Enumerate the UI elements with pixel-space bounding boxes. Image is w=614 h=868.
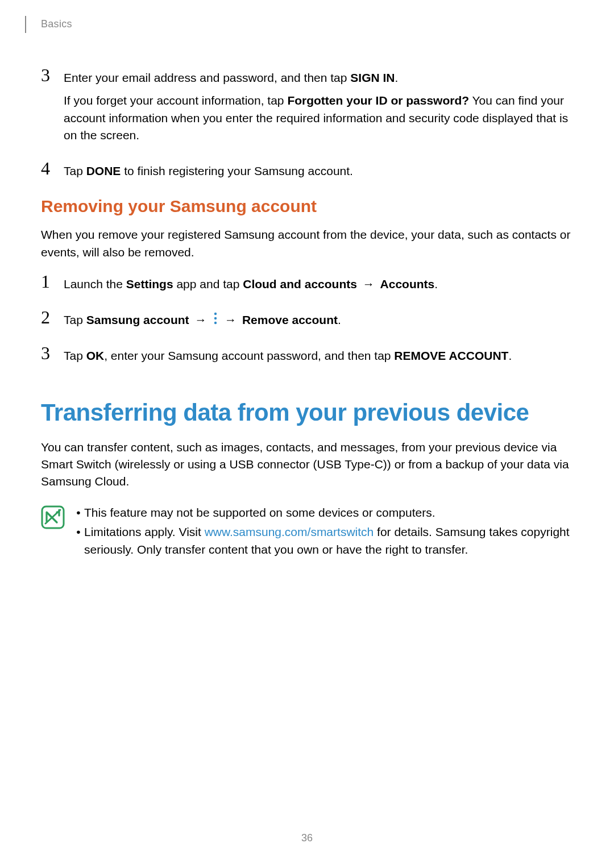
note-item: • Limitations apply. Visit www.samsung.c… bbox=[73, 524, 573, 558]
step-number: 4 bbox=[41, 159, 64, 177]
note-block: • This feature may not be supported on s… bbox=[41, 504, 573, 560]
step-number: 1 bbox=[41, 272, 64, 290]
more-options-icon bbox=[213, 312, 218, 329]
step-text: Tap Samsung account → → Remove account. bbox=[64, 312, 573, 330]
step-number: 3 bbox=[41, 66, 64, 84]
bullet-icon: • bbox=[73, 524, 84, 541]
remove-step-1: 1 Launch the Settings app and tap Cloud … bbox=[41, 275, 573, 293]
header-rule bbox=[25, 16, 26, 33]
note-item: • This feature may not be supported on s… bbox=[73, 504, 573, 521]
step-text: Tap OK, enter your Samsung account passw… bbox=[64, 347, 573, 364]
main-heading-transferring: Transferring data from your previous dev… bbox=[41, 399, 573, 426]
step-4: 4 Tap DONE to finish registering your Sa… bbox=[41, 161, 573, 180]
step-text: Enter your email address and password, a… bbox=[64, 69, 573, 86]
transfer-intro: You can transfer content, such as images… bbox=[41, 439, 573, 491]
remove-step-2: 2 Tap Samsung account → → Remove account… bbox=[41, 310, 573, 330]
svg-point-2 bbox=[214, 322, 217, 324]
step-text: Tap DONE to finish registering your Sams… bbox=[64, 163, 573, 180]
section-heading-removing: Removing your Samsung account bbox=[41, 197, 573, 216]
breadcrumb: Basics bbox=[41, 18, 72, 30]
step-3: 3 Enter your email address and password,… bbox=[41, 68, 573, 144]
step-text: If you forget your account information, … bbox=[64, 92, 573, 144]
step-number: 2 bbox=[41, 308, 64, 326]
svg-point-1 bbox=[214, 317, 217, 319]
remove-step-3: 3 Tap OK, enter your Samsung account pas… bbox=[41, 346, 573, 364]
step-text: Launch the Settings app and tap Cloud an… bbox=[64, 276, 573, 293]
section-intro: When you remove your registered Samsung … bbox=[41, 226, 573, 261]
step-number: 3 bbox=[41, 344, 64, 362]
page-number: 36 bbox=[0, 832, 614, 844]
note-icon bbox=[41, 505, 65, 529]
smartswitch-link[interactable]: www.samsung.com/smartswitch bbox=[205, 525, 374, 538]
bullet-icon: • bbox=[73, 504, 84, 521]
svg-point-0 bbox=[214, 313, 217, 315]
